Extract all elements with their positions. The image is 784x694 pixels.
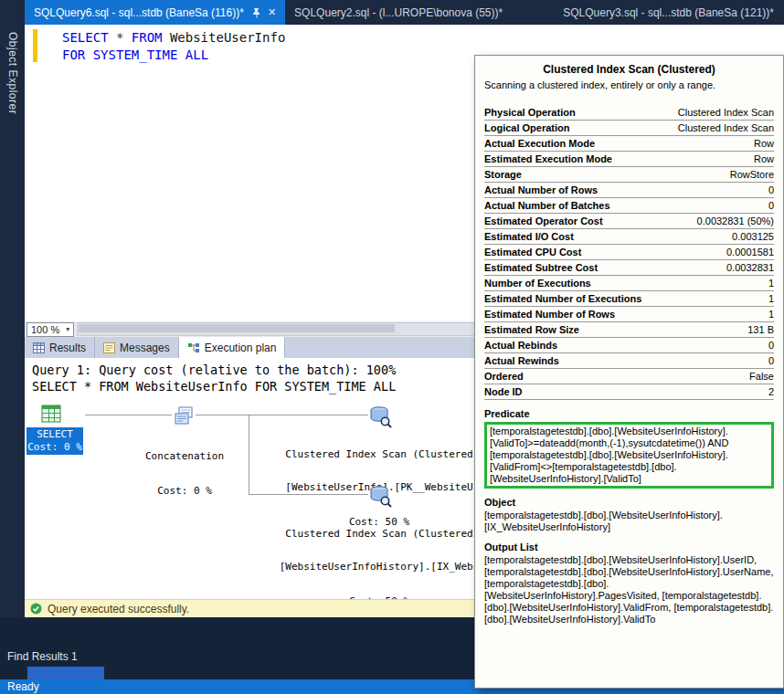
- plan-connector: [85, 415, 172, 415]
- code-line-1: SELECT*FROMWebsiteUserInfo: [62, 29, 285, 47]
- zoom-dropdown[interactable]: 100 % ▾: [26, 322, 74, 337]
- select-node-label-selected[interactable]: SELECT Cost: 0 %: [26, 427, 83, 455]
- clustered-index-scan-2-label[interactable]: Clustered Index Scan (Clustered [Website…: [265, 507, 493, 599]
- tooltip-row: Estimated I/O Cost0.003125: [484, 229, 774, 245]
- tooltip-title: Clustered Index Scan (Clustered): [484, 63, 774, 76]
- row-value: Row: [754, 153, 774, 164]
- select-node-icon[interactable]: [39, 402, 63, 426]
- row-value: RowStore: [730, 169, 774, 180]
- row-value: 0.0032831: [726, 262, 774, 273]
- tooltip-row: Estimated Number of Executions1: [484, 291, 774, 307]
- tooltip-row: Estimated Number of Rows1: [484, 307, 774, 322]
- tab-sqlquery3[interactable]: SQLQuery3.sql - sql...stdb (BaneSa (121)…: [554, 0, 783, 25]
- tab-label: SQLQuery3.sql - sql...stdb (BaneSa (121)…: [563, 6, 774, 19]
- tooltip-row: Actual Rewinds0: [484, 353, 774, 369]
- tab-sqlquery6[interactable]: SQLQuery6.sql - sql...stdb (BaneSa (116)…: [25, 0, 285, 25]
- plan-statement-text: SELECT * FROM WebsiteUserInfo FOR SYSTEM…: [32, 379, 396, 394]
- row-value: 0: [768, 184, 774, 195]
- object-header: Object: [484, 497, 774, 508]
- row-value: 0: [768, 355, 774, 366]
- success-check-icon: [30, 603, 42, 615]
- predicate-text-highlighted: [temporalstagetestdb].[dbo].[WebsiteUser…: [484, 422, 774, 489]
- find-results-selected-item[interactable]: [27, 667, 104, 679]
- tooltip-row: Estimated Row Size131 B: [484, 322, 774, 338]
- node-label: Concatenation: [134, 451, 235, 462]
- plan-query-header: Query 1: Query cost (relative to the bat…: [32, 363, 396, 377]
- object-text: [temporalstagetestdb].[dbo].[WebsiteUser…: [484, 510, 774, 533]
- row-value: Row: [754, 138, 774, 149]
- row-value: 0.0032831 (50%): [697, 216, 774, 226]
- tooltip-row: Actual Number of Batches0: [484, 198, 774, 214]
- row-value: 1: [768, 293, 774, 304]
- ssms-window: SQLQuery6.sql - sql...stdb (BaneSa (116)…: [0, 0, 784, 694]
- object-explorer-tab[interactable]: Object Explorer: [6, 32, 19, 114]
- sql-keyword: SELECT: [62, 30, 109, 45]
- row-label: Node ID: [484, 386, 523, 397]
- concatenation-node-icon[interactable]: [172, 405, 196, 428]
- row-label: Physical Operation: [484, 107, 576, 118]
- tab-label: SQLQuery6.sql - sql...stdb (BaneSa (116)…: [34, 6, 244, 19]
- tab-label: Results: [49, 342, 86, 354]
- node-object: [WebsiteUserInfoHistory].[IX_Webs: [265, 562, 493, 573]
- tooltip-row: Actual Execution ModeRow: [484, 136, 774, 152]
- pin-icon[interactable]: [252, 7, 260, 18]
- tooltip-row: Estimated Subtree Cost0.0032831: [484, 260, 774, 276]
- tab-execution-plan[interactable]: Execution plan: [179, 337, 286, 358]
- row-value: Clustered Index Scan: [678, 122, 774, 133]
- tab-label: Messages: [120, 342, 170, 354]
- tooltip-row: Physical OperationClustered Index Scan: [484, 105, 774, 121]
- row-label: Estimated Operator Cost: [484, 216, 603, 226]
- predicate-header: Predicate: [484, 408, 774, 419]
- output-list-text: [temporalstagetestdb].[dbo].[WebsiteUser…: [484, 554, 774, 626]
- concatenation-node-label[interactable]: Concatenation Cost: 0 %: [134, 429, 235, 519]
- row-value: 0: [768, 200, 774, 211]
- sql-keyword: ALL: [185, 47, 208, 62]
- node-label: Clustered Index Scan (Clustered: [265, 449, 493, 460]
- scrollbar-thumb[interactable]: [79, 324, 395, 332]
- tabbar-corner: [0, 0, 25, 25]
- row-value: 1: [768, 309, 774, 320]
- execution-plan-icon: [187, 342, 200, 353]
- sql-keyword: FOR: [62, 47, 85, 62]
- tab-label: Execution plan: [205, 342, 277, 354]
- tooltip-row: Estimated Execution ModeRow: [484, 152, 774, 167]
- row-label: Actual Number of Rows: [484, 184, 598, 195]
- node-label: Clustered Index Scan (Clustered: [265, 529, 493, 540]
- row-value: 1: [768, 278, 774, 289]
- tab-sqlquery2[interactable]: SQLQuery2.sql - (l...UROPE\bonova (55))*: [285, 0, 512, 25]
- clustered-index-scan-icon[interactable]: [368, 484, 392, 508]
- tooltip-row: Estimated Operator Cost0.0032831 (50%): [484, 214, 774, 229]
- row-label: Actual Number of Batches: [484, 200, 610, 211]
- node-label: SELECT: [26, 428, 83, 441]
- plan-connector: [249, 415, 249, 495]
- row-value: 0.0001581: [726, 247, 774, 258]
- success-message: Query executed successfully.: [48, 603, 189, 615]
- clustered-index-scan-icon[interactable]: [368, 405, 392, 428]
- tooltip-row: Logical OperationClustered Index Scan: [484, 121, 774, 136]
- row-label: Number of Executions: [484, 278, 591, 289]
- row-label: Estimated Number of Rows: [484, 309, 615, 320]
- tooltip-row: Actual Number of Rows0: [484, 183, 774, 198]
- sql-identifier: WebsiteUserInfo: [170, 30, 285, 45]
- tab-results[interactable]: Results: [25, 337, 95, 358]
- tab-messages[interactable]: Messages: [95, 337, 179, 358]
- close-icon[interactable]: ✕: [268, 6, 276, 18]
- code-line-2: FORSYSTEM_TIMEALL: [62, 47, 285, 64]
- row-value: 131 B: [747, 324, 774, 335]
- row-label: Logical Operation: [484, 122, 570, 133]
- sql-keyword: SYSTEM_TIME: [93, 47, 178, 62]
- messages-icon: [103, 342, 115, 353]
- tooltip-row: Estimated CPU Cost0.0001581: [484, 245, 774, 260]
- output-list-header: Output List: [484, 542, 774, 552]
- row-label: Estimated Number of Executions: [484, 293, 641, 304]
- operator-tooltip: Clustered Index Scan (Clustered) Scannin…: [474, 55, 784, 689]
- row-value: False: [749, 371, 774, 382]
- tooltip-row: Number of Executions1: [484, 276, 774, 291]
- tab-label: SQLQuery2.sql - (l...UROPE\bonova (55))*: [294, 6, 503, 19]
- node-cost: Cost: 0 %: [134, 486, 235, 497]
- document-tab-bar: SQLQuery6.sql - sql...stdb (BaneSa (116)…: [25, 0, 784, 25]
- row-label: Storage: [484, 169, 522, 180]
- tooltip-row: StorageRowStore: [484, 167, 774, 183]
- row-label: Ordered: [484, 371, 524, 382]
- row-value: 0: [768, 340, 774, 351]
